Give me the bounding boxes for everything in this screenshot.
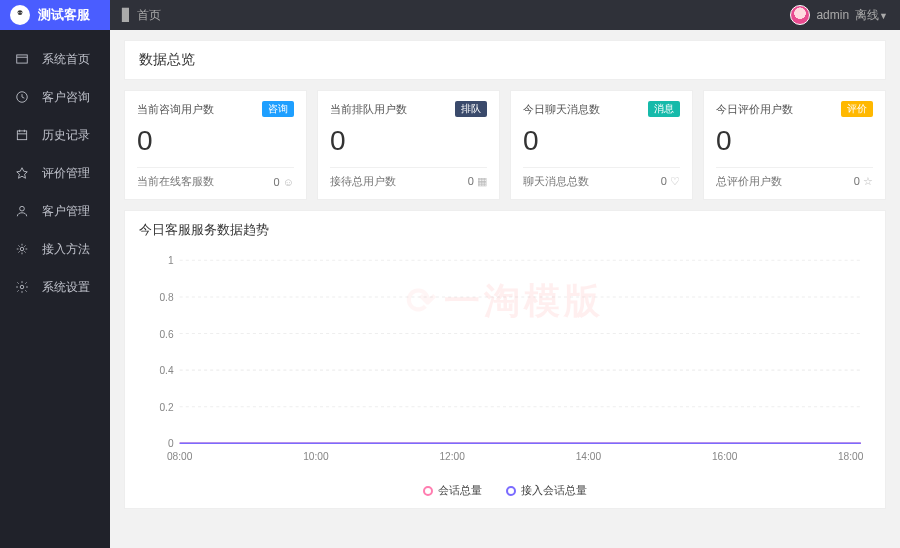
legend-dot-icon	[423, 486, 433, 496]
chart-legend: 会话总量 接入会话总量	[139, 483, 871, 498]
topbar: ▊ 首页 admin 离线▼	[110, 0, 900, 30]
card-label: 当前排队用户数	[330, 102, 407, 117]
chart-panel: 今日客服服务数据趋势 ⟳一淘模版 1 0.8 0.6 0.4 0.2 0	[124, 210, 886, 509]
card-badge: 咨询	[262, 101, 294, 117]
clock-icon	[14, 89, 30, 105]
nav-label: 接入方法	[42, 241, 90, 258]
svg-text:0.4: 0.4	[159, 365, 173, 376]
legend-label: 接入会话总量	[521, 483, 587, 498]
card-sub-label: 聊天消息总数	[523, 174, 589, 189]
overview-title: 数据总览	[139, 51, 871, 69]
line-chart: 1 0.8 0.6 0.4 0.2 0 08:00 10:00	[139, 247, 871, 477]
card-value: 0	[330, 125, 487, 157]
status-label: 离线	[855, 8, 879, 22]
breadcrumb-home[interactable]: 首页	[137, 7, 161, 24]
card-sub-value: 0	[274, 176, 280, 188]
svg-text:1: 1	[168, 255, 174, 266]
svg-text:10:00: 10:00	[303, 451, 329, 462]
card-sub-value: 0	[468, 175, 474, 187]
svg-line-22	[19, 251, 20, 252]
sidebar: 测试客服 系统首页 客户咨询 历史记录 评价管理 客户管理 接入方法 系统设	[0, 0, 110, 548]
brand-avatar	[10, 5, 30, 25]
grid-icon: ▦	[477, 175, 487, 187]
nav-label: 客户管理	[42, 203, 90, 220]
card-badge: 消息	[648, 101, 680, 117]
overview-panel-header: 数据总览	[124, 40, 886, 80]
svg-text:0.2: 0.2	[159, 402, 173, 413]
chevron-down-icon: ▼	[879, 11, 888, 21]
status-dropdown[interactable]: 离线▼	[855, 7, 888, 24]
sidebar-item-customer[interactable]: 客户管理	[0, 192, 110, 230]
stat-card-message: 今日聊天消息数 消息 0 聊天消息总数 0 ♡	[510, 90, 693, 200]
legend-item-2[interactable]: 接入会话总量	[506, 483, 587, 498]
topbar-left: ▊ 首页	[122, 7, 161, 24]
topbar-right: admin 离线▼	[790, 5, 888, 25]
sidebar-item-consult[interactable]: 客户咨询	[0, 78, 110, 116]
headset-icon: ☺	[283, 176, 294, 188]
chart-area: ⟳一淘模版 1 0.8 0.6 0.4 0.2 0	[139, 247, 871, 477]
nav-label: 系统首页	[42, 51, 90, 68]
svg-line-20	[19, 246, 20, 247]
user-avatar[interactable]	[790, 5, 810, 25]
legend-item-1[interactable]: 会话总量	[423, 483, 482, 498]
svg-point-14	[20, 206, 25, 211]
card-sub-value: 0	[661, 175, 667, 187]
card-badge: 排队	[455, 101, 487, 117]
gear-icon	[14, 279, 30, 295]
svg-point-24	[20, 285, 24, 289]
card-sub-label: 总评价用户数	[716, 174, 782, 189]
svg-text:18:00: 18:00	[838, 451, 864, 462]
nav-label: 客户咨询	[42, 89, 90, 106]
sidebar-item-history[interactable]: 历史记录	[0, 116, 110, 154]
svg-text:08:00: 08:00	[167, 451, 193, 462]
svg-text:0.8: 0.8	[159, 292, 173, 303]
stat-card-consult: 当前咨询用户数 咨询 0 当前在线客服数 0 ☺	[124, 90, 307, 200]
star-icon	[14, 165, 30, 181]
main-content: 数据总览 当前咨询用户数 咨询 0 当前在线客服数 0 ☺ 当前排队用户数 排队…	[110, 30, 900, 548]
sidebar-item-home[interactable]: 系统首页	[0, 40, 110, 78]
brand-title: 测试客服	[38, 6, 90, 24]
card-value: 0	[523, 125, 680, 157]
sidebar-item-method[interactable]: 接入方法	[0, 230, 110, 268]
user-icon	[14, 203, 30, 219]
stat-card-queue: 当前排队用户数 排队 0 接待总用户数 0 ▦	[317, 90, 500, 200]
svg-point-15	[20, 247, 24, 251]
window-icon	[14, 51, 30, 67]
svg-rect-4	[17, 55, 28, 63]
svg-point-2	[18, 12, 19, 13]
bookmark-icon: ▊	[122, 8, 131, 22]
svg-text:0: 0	[168, 438, 174, 449]
nav-label: 历史记录	[42, 127, 90, 144]
x-axis: 08:00 10:00 12:00 14:00 16:00 18:00	[167, 451, 864, 462]
svg-point-3	[21, 12, 22, 13]
svg-text:16:00: 16:00	[712, 451, 738, 462]
chart-title: 今日客服服务数据趋势	[139, 221, 871, 239]
stat-card-rating: 今日评价用户数 评价 0 总评价用户数 0 ☆	[703, 90, 886, 200]
svg-text:0.6: 0.6	[159, 329, 173, 340]
stat-cards: 当前咨询用户数 咨询 0 当前在线客服数 0 ☺ 当前排队用户数 排队 0 接待…	[124, 90, 886, 200]
svg-rect-9	[17, 131, 26, 140]
card-sub-value: 0	[854, 175, 860, 187]
star-outline-icon: ☆	[863, 175, 873, 187]
svg-line-23	[24, 246, 25, 247]
card-label: 今日评价用户数	[716, 102, 793, 117]
sidebar-item-rating[interactable]: 评价管理	[0, 154, 110, 192]
svg-line-21	[24, 251, 25, 252]
sidebar-item-settings[interactable]: 系统设置	[0, 268, 110, 306]
card-value: 0	[716, 125, 873, 157]
card-sub-label: 当前在线客服数	[137, 174, 214, 189]
svg-marker-13	[17, 168, 28, 179]
svg-text:14:00: 14:00	[576, 451, 602, 462]
nav-label: 系统设置	[42, 279, 90, 296]
card-label: 今日聊天消息数	[523, 102, 600, 117]
legend-dot-icon	[506, 486, 516, 496]
svg-line-8	[22, 97, 24, 98]
user-name: admin	[816, 8, 849, 22]
nav-label: 评价管理	[42, 165, 90, 182]
nav: 系统首页 客户咨询 历史记录 评价管理 客户管理 接入方法 系统设置	[0, 30, 110, 306]
svg-text:12:00: 12:00	[439, 451, 465, 462]
card-value: 0	[137, 125, 294, 157]
bell-icon: ♡	[670, 175, 680, 187]
legend-label: 会话总量	[438, 483, 482, 498]
card-sub-label: 接待总用户数	[330, 174, 396, 189]
